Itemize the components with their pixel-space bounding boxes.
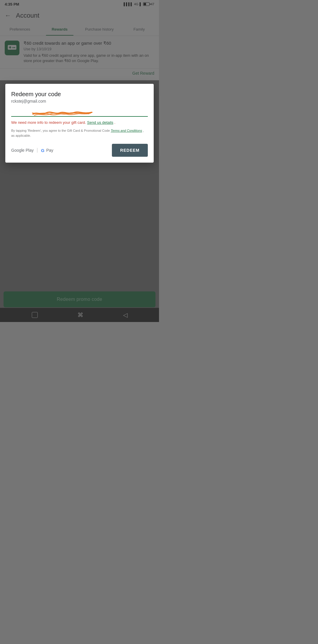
- redeem-button[interactable]: REDEEM: [112, 144, 148, 157]
- dialog-footer: Google Play G Pay REDEEM: [11, 144, 148, 157]
- logo-divider: [37, 148, 37, 153]
- terms-text: By tapping 'Redeem', you agree to the Gi…: [11, 128, 148, 138]
- code-input-wrap: [11, 109, 148, 117]
- code-input[interactable]: [11, 109, 148, 117]
- redeem-dialog: Redeem your code rckstej@gmail.com We ne…: [5, 84, 154, 163]
- terms-link[interactable]: Terms and Conditions: [111, 129, 142, 132]
- dialog-email: rckstej@gmail.com: [11, 99, 148, 104]
- gpay-g-icon: G: [41, 148, 44, 153]
- dialog-title: Redeem your code: [11, 91, 148, 98]
- gpay-text: Pay: [46, 148, 53, 153]
- send-details-link[interactable]: Send us details: [87, 120, 113, 125]
- error-message: We need more info to redeem your gift ca…: [11, 120, 148, 125]
- google-play-text: Google Play: [11, 148, 34, 153]
- google-play-logo: Google Play G Pay: [11, 148, 53, 153]
